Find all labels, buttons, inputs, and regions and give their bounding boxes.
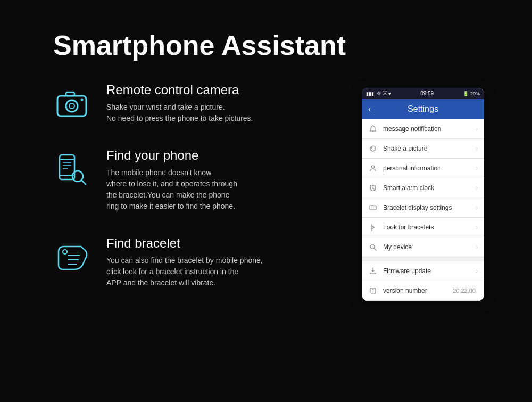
device-label: My device: [383, 243, 476, 251]
status-left: ▮▮▮ 令 ⓦ ♥: [366, 90, 391, 97]
chevron-icon: ›: [476, 224, 478, 231]
svg-line-24: [375, 185, 376, 186]
battery-icon: 🔋: [463, 91, 469, 96]
find-bracelet-feature-text: Find bracelet You can also find the brac…: [106, 236, 263, 289]
menu-item-alarm[interactable]: Smart alarm clock ›: [362, 178, 484, 198]
menu-item-personal[interactable]: personal information ›: [362, 159, 484, 178]
wifi-icon: 令: [377, 90, 381, 97]
back-button[interactable]: ‹: [368, 104, 371, 114]
firmware-label: Firmware update: [383, 267, 476, 275]
settings-title: Settings: [408, 104, 438, 114]
display-label: Bracelet display settings: [383, 204, 476, 211]
find-bracelet-label: Look for bracelets: [383, 224, 476, 231]
svg-point-13: [63, 250, 67, 254]
menu-item-version: version number 20.22.00: [362, 281, 484, 301]
version-value: 20.22.00: [453, 288, 476, 294]
menu-item-display[interactable]: Bracelet display settings ›: [362, 198, 484, 218]
heart-icon: ♥: [388, 91, 391, 96]
menu-item-firmware[interactable]: Firmware update ›: [362, 261, 484, 281]
menu-item-shake[interactable]: Shake a picture ›: [362, 139, 484, 159]
svg-line-29: [375, 249, 377, 251]
svg-point-1: [66, 100, 78, 112]
alarm-label: Smart alarm clock: [383, 184, 476, 192]
battery-percent: 20%: [470, 91, 480, 96]
svg-line-23: [371, 185, 372, 186]
phone-menu: message notification › Shake a picture ›: [362, 119, 484, 301]
find-bracelet-description: You can also find the bracelet by mobile…: [106, 255, 263, 289]
svg-point-19: [372, 166, 375, 168]
shake-label: Shake a picture: [383, 145, 476, 152]
find-bracelet-heading: Find bracelet: [106, 236, 263, 251]
chevron-icon: ›: [476, 125, 478, 133]
version-label: version number: [383, 287, 453, 294]
find-phone-heading: Find your phone: [106, 148, 237, 163]
status-right: 🔋 20%: [463, 91, 480, 96]
svg-rect-3: [66, 92, 74, 96]
camera-heading: Remote control camera: [106, 83, 253, 97]
display-icon: [368, 203, 378, 212]
bell-icon: [368, 124, 378, 134]
chevron-icon: ›: [476, 145, 478, 152]
svg-line-9: [81, 180, 86, 184]
status-time: 09:59: [420, 91, 434, 96]
svg-point-4: [81, 99, 84, 101]
search-icon: [368, 242, 378, 252]
bluetooth-icon: [368, 223, 378, 232]
phone-status-bar: ▮▮▮ 令 ⓦ ♥ 09:59 🔋 20%: [362, 88, 484, 99]
chevron-icon: ›: [476, 267, 478, 275]
personal-label: personal information: [383, 165, 476, 172]
chevron-icon: ›: [476, 204, 478, 211]
phone-header: ‹ Settings: [362, 99, 484, 119]
chevron-icon: ›: [476, 184, 478, 192]
signal-icon: ▮▮▮: [366, 91, 374, 96]
nfc-icon: ⓦ: [383, 90, 387, 97]
svg-point-28: [370, 244, 375, 249]
menu-section-divider: [362, 257, 484, 261]
page-title: Smartphone Assistant: [53, 29, 346, 61]
menu-item-notification[interactable]: message notification ›: [362, 119, 484, 139]
find-phone-feature-text: Find your phone The mobile phone doesn't…: [106, 148, 237, 212]
feature-find-phone: Find your phone The mobile phone doesn't…: [53, 148, 319, 212]
phone-mockup: ▮▮▮ 令 ⓦ ♥ 09:59 🔋 20% ‹ Settings message…: [362, 88, 484, 301]
find-phone-description: The mobile phone doesn't know where to l…: [106, 167, 237, 212]
chevron-icon: ›: [476, 243, 478, 251]
feature-find-bracelet: Find bracelet You can also find the brac…: [53, 236, 319, 289]
svg-point-2: [69, 103, 74, 109]
menu-item-device[interactable]: My device ›: [362, 237, 484, 257]
clock-icon: [368, 183, 378, 193]
person-icon: [368, 163, 378, 173]
camera-feature-text: Remote control camera Shake your wrist a…: [106, 83, 253, 124]
svg-line-22: [373, 188, 374, 189]
menu-item-find-bracelet[interactable]: Look for bracelets ›: [362, 218, 484, 237]
chevron-icon: ›: [476, 165, 478, 172]
camera-icon: [53, 85, 90, 122]
shake-icon: [368, 144, 378, 153]
phone-icon: [53, 151, 90, 188]
notification-label: message notification: [383, 125, 476, 133]
camera-description: Shake your wrist and take a picture. No …: [106, 102, 253, 124]
version-icon: [368, 286, 378, 296]
features-section: Remote control camera Shake your wrist a…: [53, 83, 319, 313]
update-icon: [368, 266, 378, 276]
bracelet-icon: [53, 239, 90, 276]
feature-camera: Remote control camera Shake your wrist a…: [53, 83, 319, 124]
